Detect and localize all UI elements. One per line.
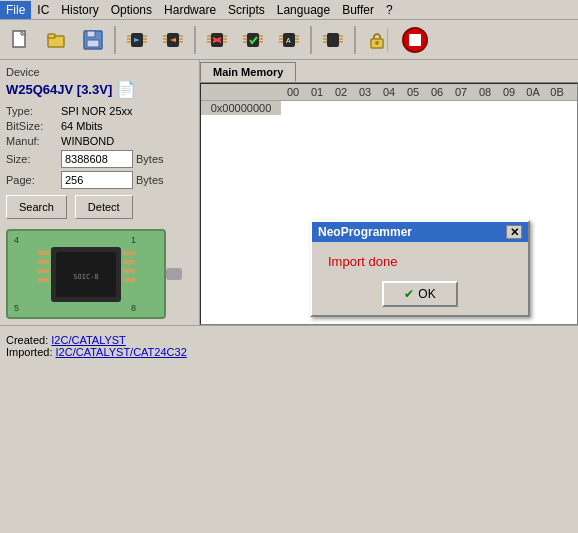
- toolbar-sep-3: [310, 26, 312, 54]
- menu-language[interactable]: Language: [271, 1, 336, 19]
- hex-header-06: 06: [425, 86, 449, 98]
- hex-data-row-0: 0x00000000: [201, 101, 577, 115]
- action-btn-row: Search Detect: [6, 195, 193, 219]
- bitsize-value: 64 Mbits: [61, 120, 103, 132]
- status-created-line: Created: I2C/CATALYST: [6, 334, 572, 346]
- menu-history[interactable]: History: [55, 1, 104, 19]
- hex-header-09: 09: [497, 86, 521, 98]
- detect-button[interactable]: Detect: [75, 195, 133, 219]
- pin-1-label: 1: [131, 235, 136, 245]
- hex-row-addr: 0x00000000: [201, 101, 281, 115]
- created-label: Created:: [6, 334, 48, 346]
- imported-label: Imported:: [6, 346, 52, 358]
- chip-read-button[interactable]: [120, 23, 154, 57]
- pin-right-4: [123, 278, 135, 282]
- hex-header-07: 07: [449, 86, 473, 98]
- new-button[interactable]: [4, 23, 38, 57]
- pin-8-label: 8: [131, 303, 136, 313]
- type-label: Type:: [6, 105, 61, 117]
- tab-bar: Main Memory: [200, 60, 578, 83]
- page-label: Page:: [6, 174, 61, 186]
- menu-help[interactable]: ?: [380, 1, 399, 19]
- page-unit: Bytes: [136, 174, 164, 186]
- pin-4-label: 4: [14, 235, 19, 245]
- ok-label: OK: [418, 287, 435, 301]
- chip-diagram: 4 1 5 8 SOIC-8: [6, 229, 166, 319]
- size-label: Size:: [6, 153, 61, 165]
- tab-main-memory[interactable]: Main Memory: [200, 62, 296, 82]
- main-content: Device W25Q64JV [3.3V] 📄 Type: SPI NOR 2…: [0, 60, 578, 325]
- hex-header-addr: [201, 86, 281, 98]
- svg-text:A: A: [286, 37, 291, 44]
- size-input[interactable]: [61, 150, 133, 168]
- device-name-row: W25Q64JV [3.3V] 📄: [6, 80, 193, 99]
- chip-verify-button[interactable]: [236, 23, 270, 57]
- menu-bar: File IC History Options Hardware Scripts…: [0, 0, 578, 20]
- chip-svg: SOIC-8: [51, 247, 121, 302]
- pin-left-1: [37, 251, 49, 255]
- size-row: Size: Bytes: [6, 150, 193, 168]
- hex-header-04: 04: [377, 86, 401, 98]
- hex-header-05: 05: [401, 86, 425, 98]
- menu-buffer[interactable]: Buffer: [336, 1, 380, 19]
- device-info-table: Type: SPI NOR 25xx BitSize: 64 Mbits Man…: [6, 105, 193, 189]
- dialog-body: Import done ✔ OK: [312, 242, 528, 315]
- hex-header-03: 03: [353, 86, 377, 98]
- connector-right: [166, 268, 182, 280]
- menu-file[interactable]: File: [0, 1, 31, 19]
- chip-auto-button[interactable]: A: [272, 23, 306, 57]
- stop-button[interactable]: [396, 23, 434, 57]
- bitsize-row: BitSize: 64 Mbits: [6, 120, 193, 132]
- pin-right-3: [123, 269, 135, 273]
- pin-right-2: [123, 260, 135, 264]
- menu-hardware[interactable]: Hardware: [158, 1, 222, 19]
- svg-rect-47: [327, 33, 339, 47]
- page-input[interactable]: [61, 171, 133, 189]
- svg-rect-32: [247, 33, 259, 47]
- pin-left-4: [37, 278, 49, 282]
- open-button[interactable]: [40, 23, 74, 57]
- manuf-label: Manuf:: [6, 135, 61, 147]
- imported-value[interactable]: I2C/CATALYST/CAT24C32: [56, 346, 187, 358]
- menu-options[interactable]: Options: [105, 1, 158, 19]
- chip-write-button[interactable]: [156, 23, 190, 57]
- search-button[interactable]: Search: [6, 195, 67, 219]
- pdf-icon[interactable]: 📄: [116, 80, 136, 99]
- device-label: Device: [6, 66, 193, 78]
- chip-blank-button[interactable]: [316, 23, 350, 57]
- dialog-title: NeoProgrammer: [318, 225, 412, 239]
- menu-scripts[interactable]: Scripts: [222, 1, 271, 19]
- lock-button[interactable]: [360, 23, 394, 57]
- manuf-row: Manuf: WINBOND: [6, 135, 193, 147]
- toolbar-sep-2: [194, 26, 196, 54]
- dialog-btn-row: ✔ OK: [328, 281, 512, 307]
- type-value: SPI NOR 25xx: [61, 105, 133, 117]
- size-unit: Bytes: [136, 153, 164, 165]
- hex-col-header: 00 01 02 03 04 05 06 07 08 09 0A 0B: [201, 84, 577, 101]
- device-section: Device W25Q64JV [3.3V] 📄: [6, 66, 193, 99]
- menu-ic[interactable]: IC: [31, 1, 55, 19]
- hex-header-02: 02: [329, 86, 353, 98]
- dialog-title-bar: NeoProgrammer ✕: [312, 222, 528, 242]
- ok-button[interactable]: ✔ OK: [382, 281, 457, 307]
- svg-rect-58: [409, 34, 421, 46]
- hex-header-00: 00: [281, 86, 305, 98]
- toolbar-sep-1: [114, 26, 116, 54]
- hex-header-08: 08: [473, 86, 497, 98]
- neoprogrammer-dialog[interactable]: NeoProgrammer ✕ Import done ✔ OK: [310, 220, 530, 317]
- hex-header-0b: 0B: [545, 86, 569, 98]
- status-imported-line: Imported: I2C/CATALYST/CAT24C32: [6, 346, 572, 358]
- pin-5-label: 5: [14, 303, 19, 313]
- save-button[interactable]: [76, 23, 110, 57]
- pin-left-3: [37, 269, 49, 273]
- device-name: W25Q64JV [3.3V]: [6, 82, 112, 97]
- chip-pins-left: [37, 251, 49, 282]
- svg-rect-5: [87, 31, 95, 37]
- svg-point-55: [375, 41, 379, 45]
- dialog-close-button[interactable]: ✕: [506, 225, 522, 239]
- ok-check-icon: ✔: [404, 287, 414, 301]
- chip-erase-button[interactable]: [200, 23, 234, 57]
- toolbar: A: [0, 20, 578, 60]
- dialog-message: Import done: [328, 254, 512, 269]
- created-value[interactable]: I2C/CATALYST: [51, 334, 126, 346]
